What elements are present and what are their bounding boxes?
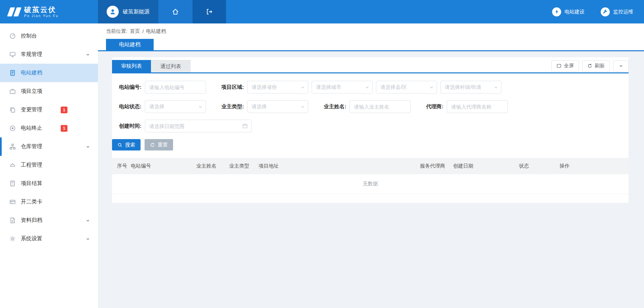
brand-title: 破茧云伏	[24, 6, 59, 14]
sitemap-icon	[9, 143, 16, 150]
breadcrumb-home-link[interactable]: 首页	[130, 28, 140, 35]
sidebar-item-station-filing[interactable]: 电站建档	[0, 64, 98, 82]
sidebar-item-system-settings[interactable]: 系统设置	[0, 230, 98, 248]
logout-icon	[206, 8, 213, 15]
sidebar-item-label: 开二类卡	[21, 198, 42, 205]
city-select[interactable]: 请选择城市	[312, 81, 373, 94]
sidebar-item-console[interactable]: 控制台	[0, 27, 98, 45]
logout-button[interactable]	[193, 0, 226, 23]
helmet-icon	[9, 162, 16, 169]
user-menu[interactable]: 破茧新能源	[98, 0, 158, 23]
nav-label: 电站建设	[565, 9, 585, 15]
table-header-row: 序号 电站编号 业主姓名 业主类型 项目地址 服务代理商 创建日期 状态 操作	[112, 158, 629, 174]
brand-logo-icon	[9, 7, 20, 16]
sidebar-item-label: 项目立项	[21, 88, 42, 95]
tab-review-list[interactable]: 审核列表	[112, 60, 151, 72]
fullscreen-button[interactable]: 全屏	[551, 60, 579, 72]
field-owner-name: 业主姓名:	[324, 100, 411, 113]
district-select[interactable]: 请选择县/区	[376, 81, 437, 94]
owner-type-select[interactable]: 请选择	[247, 100, 308, 113]
card-icon	[9, 199, 16, 205]
field-station-status: 电站状态: 请选择	[112, 100, 206, 113]
chevron-down-icon	[619, 64, 623, 68]
refresh-label: 刷新	[595, 63, 605, 69]
reset-icon	[150, 142, 155, 147]
chevron-down-icon	[365, 85, 369, 89]
filter-form: 电站编号: 项目区域: 请选择省份 请选择城市	[112, 73, 629, 132]
breadcrumb-current: 电站建档	[146, 28, 166, 35]
sidebar-item-open-card[interactable]: 开二类卡	[0, 193, 98, 211]
topbar: 破茧云伏 Po Jian Yun Fu 破茧新能源	[0, 0, 644, 23]
sidebar-item-label: 仓库管理	[21, 143, 42, 150]
app: 破茧云伏 Po Jian Yun Fu 破茧新能源	[0, 0, 644, 308]
search-icon	[117, 142, 122, 147]
empty-state-text: 无数据	[112, 174, 629, 194]
wrench-icon	[601, 7, 610, 16]
col-project-address: 项目地址	[256, 158, 417, 174]
sidebar-item-station-termination[interactable]: 电站终止 1	[0, 119, 98, 137]
dashboard-icon	[9, 33, 16, 40]
chevron-down-icon	[86, 219, 90, 223]
sidebar-item-change-management[interactable]: 变更管理 1	[0, 101, 98, 119]
station-table: 序号 电站编号 业主姓名 业主类型 项目地址 服务代理商 创建日期 状态 操作	[112, 158, 629, 194]
avatar	[107, 6, 119, 18]
chevron-down-icon	[301, 85, 305, 89]
sidebar-item-project-settlement[interactable]: 项目结算	[0, 174, 98, 193]
monitor-icon	[9, 51, 16, 58]
field-label: 代理商:	[426, 103, 443, 110]
sidebar-item-label: 工程管理	[21, 162, 42, 169]
empty-row: 无数据	[112, 174, 629, 194]
sidebar-item-general-management[interactable]: 常规管理	[0, 45, 98, 64]
station-no-input[interactable]	[145, 81, 206, 94]
breadcrumb-separator: /	[142, 28, 144, 34]
home-button[interactable]	[158, 0, 193, 23]
lightning-icon	[552, 7, 561, 16]
reset-button[interactable]: 重置	[145, 139, 173, 150]
sidebar-item-label: 常规管理	[21, 51, 42, 58]
col-service-agent: 服务代理商	[417, 158, 450, 174]
card-toolbar: 全屏 刷新	[551, 60, 629, 72]
agent-input[interactable]	[447, 100, 508, 113]
sidebar-item-engineering-management[interactable]: 工程管理	[0, 156, 98, 174]
field-project-region: 项目区域: 请选择省份 请选择城市	[221, 81, 501, 94]
logo: 破茧云伏 Po Jian Yun Fu	[0, 0, 98, 23]
collapse-toolbar-button[interactable]	[613, 60, 629, 72]
chevron-down-icon	[301, 105, 305, 109]
copy-icon	[9, 107, 16, 113]
col-actions: 操作	[557, 158, 629, 174]
province-select[interactable]: 请选择省份	[247, 81, 308, 94]
chevron-down-icon	[86, 237, 90, 241]
field-label: 项目区域:	[221, 84, 244, 91]
nav-monitoring-ops[interactable]: 监控运维	[601, 7, 633, 16]
sidebar-item-label: 项目结算	[21, 180, 42, 187]
sidebar-item-data-archive[interactable]: 资料归档	[0, 211, 98, 230]
refresh-button[interactable]: 刷新	[582, 60, 610, 72]
filter-row-2: 电站状态: 请选择 业主类型: 请选择	[112, 100, 629, 113]
filter-actions: 搜索 重置	[112, 139, 629, 150]
field-label: 业主姓名:	[324, 103, 346, 110]
col-owner-name: 业主姓名	[194, 158, 226, 174]
sidebar-item-project-initiation[interactable]: 项目立项	[0, 82, 98, 101]
tab-approved-list[interactable]: 通过列表	[151, 60, 191, 72]
field-label: 业主类型:	[221, 103, 244, 110]
search-button[interactable]: 搜索	[112, 139, 141, 150]
content-card: 审核列表 通过列表 全屏	[112, 57, 629, 203]
owner-name-input[interactable]	[350, 100, 411, 113]
chevron-down-icon	[494, 85, 498, 89]
date-range-input[interactable]	[145, 120, 252, 132]
chevron-down-icon	[198, 105, 203, 109]
badge: 1	[61, 125, 67, 132]
col-station-no: 电站编号	[128, 158, 194, 174]
user-icon	[109, 8, 116, 15]
sidebar-item-label: 变更管理	[21, 106, 42, 113]
reset-label: 重置	[158, 142, 168, 148]
town-select[interactable]: 请选择村镇/街道	[440, 81, 501, 94]
nav-station-construction[interactable]: 电站建设	[552, 7, 585, 16]
sidebar-item-warehouse-management[interactable]: 仓库管理	[0, 137, 98, 156]
sidebar-item-label: 电站终止	[21, 125, 42, 132]
page-tab-station-filing[interactable]: 电站建档	[106, 39, 154, 50]
filter-row-3: 创建时间:	[112, 120, 629, 132]
company-name: 破茧新能源	[123, 8, 150, 15]
sidebar-item-label: 电站建档	[21, 69, 42, 76]
station-status-select[interactable]: 请选择	[145, 100, 206, 113]
